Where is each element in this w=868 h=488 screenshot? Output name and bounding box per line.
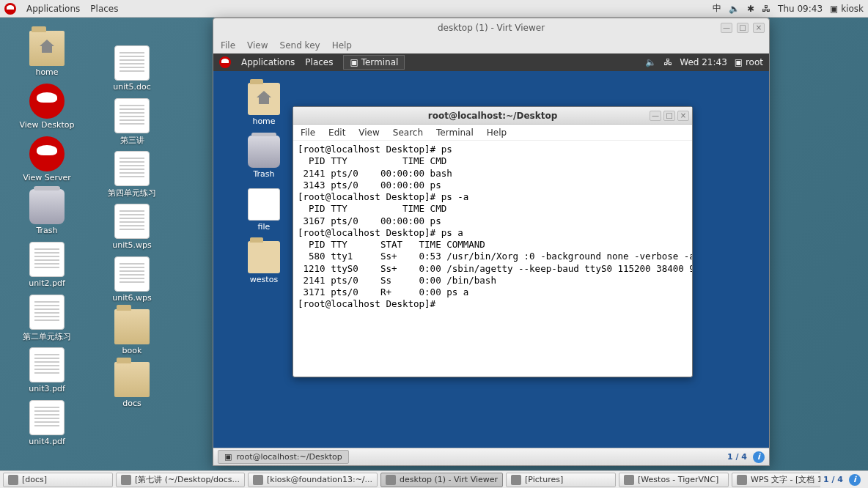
vm-terminal-label: Terminal xyxy=(361,57,399,67)
taskbar-item[interactable]: desktop (1) - Virt Viewer xyxy=(380,473,503,487)
maximize-button[interactable]: □ xyxy=(737,23,749,33)
vm-applications-menu[interactable]: Applications xyxy=(241,57,295,67)
terminal-task-icon: ▣ xyxy=(224,452,232,462)
vm-bottom-panel: ▣ root@localhost:~/Desktop 1 / 4 i xyxy=(213,448,769,465)
desktop-icon[interactable]: 第二单元练习 xyxy=(18,295,76,342)
desktop-icon[interactable]: 第四单元练习 xyxy=(103,151,161,199)
volume-icon[interactable]: 🔈 xyxy=(729,4,740,14)
desktop-icon[interactable]: unit4.pdf xyxy=(18,400,76,446)
host-top-panel: Applications Places 中 🔈 ✱ 🖧 Thu 09:43 ▣ … xyxy=(0,0,868,18)
desktop-icon[interactable]: unit5.wps xyxy=(103,204,161,250)
taskbar-item[interactable]: WPS 文字 - [文档 1 *] xyxy=(732,473,820,487)
taskbar-item[interactable]: [Pictures] xyxy=(506,473,616,487)
task-label: [第七讲 (~/Desktop/docs... xyxy=(135,474,240,485)
redhat-logo-icon xyxy=(4,3,16,15)
vm-task-label: root@localhost:~/Desktop xyxy=(236,452,342,462)
terminal-title: root@localhost:~/Desktop xyxy=(428,111,558,121)
task-label: [Pictures] xyxy=(525,475,563,484)
desktop-icon[interactable]: docs xyxy=(103,362,161,408)
vm-terminal-launcher[interactable]: ▣ Terminal xyxy=(343,55,405,70)
doc-icon xyxy=(29,295,65,330)
vm-places-menu[interactable]: Places xyxy=(305,57,333,67)
task-icon xyxy=(253,475,263,485)
vm-workspace-indicator[interactable]: 1 / 4 xyxy=(727,452,747,462)
terminal-menu-search[interactable]: Search xyxy=(393,127,423,138)
host-workspace-indicator[interactable]: 1 / 4 xyxy=(823,475,843,484)
icon-label: book xyxy=(103,346,161,355)
vm-desktop-icon-trash[interactable]: Trash xyxy=(238,136,290,179)
vm-desktop-icon-home[interactable]: home xyxy=(238,83,290,126)
vm-network-icon[interactable]: 🖧 xyxy=(663,57,672,67)
menu-help[interactable]: Help xyxy=(332,40,352,51)
task-label: [docs] xyxy=(22,475,47,484)
menu-file[interactable]: File xyxy=(221,40,235,51)
file-icon xyxy=(248,188,280,221)
virt-viewer-titlebar[interactable]: desktop (1) - Virt Viewer — □ × xyxy=(213,18,769,37)
desktop-icon[interactable]: Trash xyxy=(18,189,76,235)
desktop-icon[interactable]: View Desktop xyxy=(18,84,76,130)
vm-clock[interactable]: Wed 21:43 xyxy=(680,57,727,67)
terminal-output[interactable]: [root@localhost Desktop]# ps PID TTY TIM… xyxy=(293,141,692,377)
vm-info-icon[interactable]: i xyxy=(753,451,765,463)
user-menu[interactable]: ▣ kiosk xyxy=(830,4,864,14)
icon-label: unit6.wps xyxy=(103,293,161,303)
network-icon[interactable]: 🖧 xyxy=(762,4,770,14)
terminal-menu-file[interactable]: File xyxy=(301,127,315,138)
task-label: [Westos - TigerVNC] xyxy=(638,475,718,484)
clock[interactable]: Thu 09:43 xyxy=(778,4,823,14)
icon-label: home xyxy=(18,67,76,77)
folder-icon xyxy=(114,309,150,344)
taskbar-item[interactable]: [Westos - TigerVNC] xyxy=(619,473,729,487)
desktop-icon[interactable]: unit2.pdf xyxy=(18,242,76,288)
task-icon xyxy=(121,475,131,485)
doc-icon xyxy=(29,347,65,382)
menu-view[interactable]: View xyxy=(247,40,268,51)
taskbar-item[interactable]: [第七讲 (~/Desktop/docs... xyxy=(116,473,245,487)
icon-label: 第三讲 xyxy=(103,135,161,146)
terminal-menu-help[interactable]: Help xyxy=(487,127,507,138)
desktop-icon[interactable]: home xyxy=(18,31,76,77)
terminal-maximize-button[interactable]: □ xyxy=(663,111,675,121)
doc-icon xyxy=(29,242,65,277)
vm-desktop-icon-westos[interactable]: westos xyxy=(238,241,290,284)
desktop-icon[interactable]: unit5.doc xyxy=(103,45,161,92)
vm-taskbar-item[interactable]: ▣ root@localhost:~/Desktop xyxy=(218,450,349,464)
desktop-icon[interactable]: book xyxy=(103,309,161,355)
taskbar-item[interactable]: [docs] xyxy=(3,473,113,487)
taskbar-item[interactable]: [kiosk@foundation13:~/... xyxy=(248,473,378,487)
icon-label: 第四单元练习 xyxy=(103,188,161,199)
terminal-close-button[interactable]: × xyxy=(677,111,689,121)
task-icon xyxy=(737,475,747,485)
folder-icon xyxy=(114,362,150,397)
desktop-icon[interactable]: unit3.pdf xyxy=(18,347,76,393)
applications-menu[interactable]: Applications xyxy=(26,4,80,14)
input-method-indicator[interactable]: 中 xyxy=(713,2,721,15)
terminal-menu-edit[interactable]: Edit xyxy=(328,127,345,138)
terminal-titlebar[interactable]: root@localhost:~/Desktop — □ × xyxy=(293,107,692,125)
terminal-window[interactable]: root@localhost:~/Desktop — □ × File Edit… xyxy=(293,106,693,377)
virt-viewer-window[interactable]: desktop (1) - Virt Viewer — □ × File Vie… xyxy=(213,18,770,466)
vm-user-menu[interactable]: ▣ root xyxy=(735,57,763,67)
task-label: WPS 文字 - [文档 1 *] xyxy=(751,474,820,485)
desktop-icon[interactable]: unit6.wps xyxy=(103,256,161,303)
terminal-menu-view[interactable]: View xyxy=(358,127,379,138)
desktop-icon[interactable]: 第三讲 xyxy=(103,98,161,146)
desktop-icon[interactable]: View Server xyxy=(18,136,76,182)
task-icon xyxy=(8,475,18,485)
redhat-icon xyxy=(29,136,65,171)
menu-sendkey[interactable]: Send key xyxy=(280,40,320,51)
task-icon xyxy=(624,475,634,485)
places-menu[interactable]: Places xyxy=(90,4,118,14)
vm-volume-icon[interactable]: 🔈 xyxy=(645,57,656,67)
terminal-minimize-button[interactable]: — xyxy=(650,111,661,121)
doc-icon xyxy=(114,256,150,292)
host-desktop[interactable]: homeView DesktopView ServerTrashunit2.pd… xyxy=(0,18,868,470)
terminal-menu-terminal[interactable]: Terminal xyxy=(436,127,474,138)
vm-desktop[interactable]: Applications Places ▣ Terminal 🔈 🖧 Wed 2… xyxy=(213,53,769,465)
host-info-icon[interactable]: i xyxy=(849,474,861,486)
vm-desktop-icon-file[interactable]: file xyxy=(238,188,290,232)
bluetooth-icon[interactable]: ✱ xyxy=(747,4,754,14)
trash-icon xyxy=(29,189,65,224)
close-button[interactable]: × xyxy=(753,23,765,33)
minimize-button[interactable]: — xyxy=(721,23,732,33)
